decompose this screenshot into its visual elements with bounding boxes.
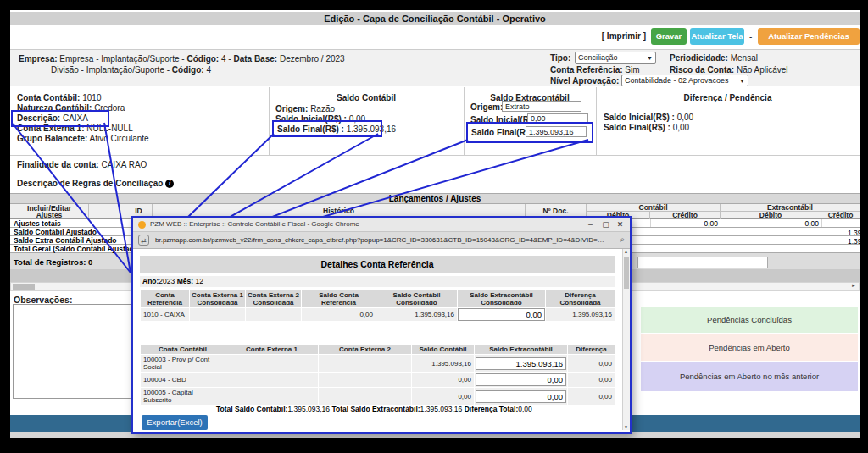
t1-ext2 [246, 308, 302, 322]
t2-header: Conta Externa 2 [319, 345, 412, 355]
conta-referencia: Conta Referência: Sim [550, 65, 640, 75]
t2-diferenca: 0,00 [568, 355, 615, 373]
scrollbar-thumb[interactable] [624, 257, 629, 289]
t2-header: Conta Contábil [141, 345, 225, 355]
table-row: 100004 - CBD 0,00 0,00 [141, 373, 615, 388]
tipo-label: Tipo: [550, 53, 570, 63]
inline-input[interactable] [637, 257, 768, 268]
chevron-down-icon: ▼ [739, 78, 745, 84]
scrollbar-thumb[interactable] [13, 284, 35, 290]
t2-saldo-ctb: 0,00 [412, 373, 475, 388]
risco-da-conta: Risco da Conta: Não Aplicável [670, 65, 788, 75]
t1-conta: 1010 - CAIXA [141, 308, 190, 322]
table-row: 100005 - Capital Subscrito 0,00 0,00 [141, 388, 615, 406]
highlight-box-descricao [11, 110, 109, 127]
col-contabil-credito: Crédito [650, 212, 721, 219]
t2-conta: 100005 - Capital Subscrito [141, 388, 225, 406]
periodicidade: Periodicidade: Mensal [670, 53, 758, 63]
t2-saldo-ctb: 1.395.093,16 [412, 355, 475, 373]
legend-pendencias-concluidas: Pendências Concluídas [641, 307, 858, 333]
field-grupo-balancete: Grupo Balancete: Ativo Circulante [17, 134, 149, 143]
highlight-box-saldo-final-contabil [272, 120, 382, 137]
highlight-box-saldo-final-extra [466, 122, 593, 143]
popup-detalhes-conta-referencia: PZM WEB :: Enterprise :: Controle Contáb… [131, 216, 632, 434]
nivel-aprovacao-label: Nível Aprovação: [550, 76, 619, 86]
t2-header: Diferença [568, 345, 615, 355]
popup-body: ▲ ▼ Detalhes Conta Referência Ano:2023 M… [133, 249, 630, 430]
gravar-button[interactable]: Gravar [651, 28, 687, 45]
popup-vertical-scrollbar[interactable]: ▲ ▼ [622, 249, 630, 430]
chrome-favicon-icon [138, 221, 146, 229]
page-title: Edição - Capa de Conciliação Contábil - … [10, 12, 860, 25]
t2-header: Conta Externa 1 [225, 345, 319, 355]
legend-pendencias-aberto: Pendências em Aberto [641, 334, 858, 361]
col-extra-credito: Crédito [821, 212, 860, 219]
minimize-icon[interactable]: – [585, 220, 596, 229]
col-incluir-editar[interactable]: Incluir/EditarAjustes [10, 204, 89, 219]
chevron-down-icon: ▼ [647, 55, 653, 61]
conta-referencia-table: Conta Referência Conta Externa 1 Consoli… [140, 290, 615, 322]
table-row: 1010 - CAIXA 0,00 1.395.093,16 1.395.093… [141, 308, 615, 322]
maximize-icon[interactable]: ▢ [600, 220, 611, 229]
popup-totals-line: Total Saldo Contábil:1.395.093,16 Total … [216, 405, 532, 413]
t1-diferenca: 1.395.093,16 [546, 308, 615, 322]
t1-saldo-ext-input[interactable] [458, 308, 545, 321]
t1-header: Diferença Consolidada [546, 290, 615, 308]
tipo-select[interactable]: Conciliação ▼ [575, 52, 656, 64]
finalidade-da-conta: Finalidade da conta: CAIXA RAO [17, 160, 147, 169]
t2-header: Saldo Extracontábil [475, 345, 568, 355]
col-extra-debito: Débito [721, 212, 821, 219]
legend-pendencias-aberto-anterior: Pendências em Aberto no mês anterior [641, 362, 858, 391]
lancamentos-title: Lançamentos / Ajustes [10, 193, 860, 204]
total-registros: Total de Registros: 0 [14, 257, 92, 267]
close-icon[interactable]: ✕ [615, 220, 626, 229]
saldo-extra-origem-label: Origem: [470, 102, 503, 112]
exportar-excel-button[interactable]: Exportar(Excel) [142, 415, 208, 430]
table-row: 100003 - Prov p/ Cont Social 1.395.093,1… [141, 355, 615, 373]
company-line-2: Divisão - Implantação/Suporte - Código: … [51, 65, 211, 75]
t2-saldo-ext-input[interactable] [476, 357, 566, 370]
popup-window-title: PZM WEB :: Enterprise :: Controle Contáb… [150, 220, 359, 228]
imprimir-link[interactable]: [ Imprimir ] [593, 31, 646, 41]
popup-url-bar[interactable]: ⇄ br.pzmapp.com.br/pzmweb_v22/frm_cons_c… [133, 232, 630, 249]
t2-saldo-ext-input[interactable] [476, 390, 566, 403]
popup-url[interactable]: br.pzmapp.com.br/pzmweb_v22/frm_cons_chk… [155, 236, 608, 244]
toolbar-separator: - [749, 32, 752, 41]
t1-ext1 [190, 308, 246, 322]
contas-contabeis-table: Conta Contábil Conta Externa 1 Conta Ext… [140, 344, 615, 406]
scroll-up-icon[interactable]: ▲ [624, 249, 628, 254]
info-icon[interactable]: i [165, 180, 174, 188]
diferenca-final: Saldo Final(R$) : 0,00 [604, 123, 689, 132]
scroll-down-icon[interactable]: ▼ [624, 424, 628, 429]
company-line-1: Empresa: Empresa - Implantação/Suporte -… [19, 54, 345, 64]
popup-title-bar[interactable]: PZM WEB :: Enterprise :: Controle Contáb… [133, 218, 630, 232]
t2-conta: 100003 - Prov p/ Cont Social [141, 355, 225, 373]
saldo-contabil-title: Saldo Contábil [269, 93, 464, 102]
scroll-right-icon[interactable]: ► [851, 283, 856, 288]
atualizar-tela-button[interactable]: Atualizar Tela [690, 28, 744, 45]
nivel-aprovacao-select[interactable]: Contabilidade - 02 Aprovacoes ▼ [621, 75, 748, 86]
t2-diferenca: 0,00 [568, 388, 615, 406]
t2-conta: 100004 - CBD [141, 373, 225, 388]
tab-switch-icon[interactable]: ⇄ [138, 235, 149, 246]
col-blank [89, 204, 125, 219]
t2-header: Saldo Contábil [412, 345, 475, 355]
popup-heading: Detalhes Conta Referência [140, 256, 615, 273]
t2-diferenca: 0,00 [568, 373, 615, 388]
t1-header: Saldo Conta Referência [302, 290, 376, 308]
t2-saldo-ext-input[interactable] [476, 373, 566, 386]
t1-header: Conta Externa 2 Consolidada [246, 290, 302, 308]
diferenca-inicial: Saldo Inicial(R$) : 0,00 [604, 113, 693, 122]
saldo-contabil-origem: Origem: Razão [275, 104, 335, 113]
t1-header: Saldo Contábil Consolidado [376, 290, 458, 308]
t1-header: Saldo Extracontábil Consolidado [458, 290, 546, 308]
t1-saldo-ref: 0,00 [302, 308, 376, 322]
magnifier-icon[interactable]: ⌕ [620, 235, 625, 245]
atualizar-pendencias-button[interactable]: Atualizar Pendências [758, 28, 860, 45]
t2-saldo-ctb: 0,00 [412, 388, 475, 406]
t1-header: Conta Externa 1 Consolidada [190, 290, 246, 308]
ano-mes-line: Ano:2023 Mês: 12 [140, 276, 615, 287]
diferenca-title: Diferença / Pendência [596, 93, 860, 102]
t1-saldo-ctb: 1.395.093,16 [376, 308, 458, 322]
saldo-extra-origem-input[interactable] [502, 101, 581, 112]
